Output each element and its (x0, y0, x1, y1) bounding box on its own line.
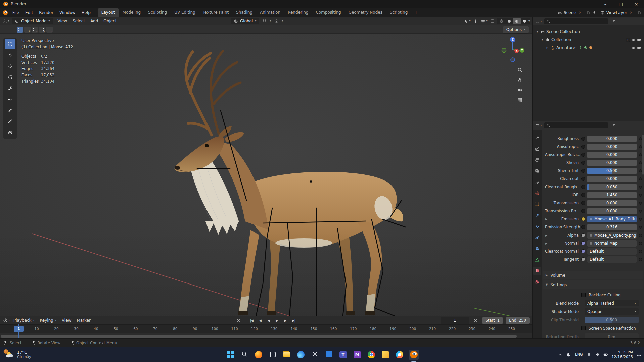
filter-icon[interactable] (610, 122, 617, 129)
editor-type-button[interactable]: ▾ (2, 18, 10, 24)
workspace-tab-sculpting[interactable]: Sculpting (144, 8, 171, 17)
shading-solid-button[interactable] (505, 18, 513, 24)
link-field[interactable]: Moose_A1_Body_Diffuse (587, 216, 637, 222)
exclude-checkbox[interactable]: ✓ (626, 38, 630, 42)
input-socket-icon[interactable] (581, 193, 585, 197)
dropdown-shadow-mode[interactable]: Opaque▾ (585, 308, 639, 315)
properties-tab-view-layer[interactable] (533, 167, 541, 175)
workspace-tab-modeling[interactable]: Modeling (119, 8, 145, 17)
input-socket-icon[interactable] (581, 241, 585, 245)
outliner-editor-type-button[interactable]: ▾ (535, 18, 542, 25)
jump-start-button[interactable]: |◀ (248, 317, 256, 324)
tool-scale-button[interactable] (5, 83, 15, 94)
outliner-search-input[interactable] (552, 19, 606, 23)
show-gizmos-button[interactable] (472, 18, 479, 24)
keyframe-decorator[interactable] (639, 234, 642, 237)
workspace-tab-layout[interactable]: Layout (98, 8, 119, 17)
frame-start-field[interactable]: Start 1 (482, 317, 503, 324)
select-mode-set-button[interactable] (17, 27, 23, 33)
window-close-button[interactable]: × (629, 0, 644, 8)
value-slider[interactable]: 0.000 (587, 208, 637, 214)
chevron-down-icon[interactable]: ▾ (535, 30, 539, 33)
taskbar-app-teams[interactable]: T (338, 350, 348, 360)
hide-in-viewport-eye-icon[interactable] (631, 46, 636, 50)
tool-select-box-button[interactable] (5, 39, 15, 49)
keyframe-decorator[interactable] (639, 250, 642, 253)
settings-panel-header[interactable]: ▼ Settings (543, 280, 643, 289)
properties-tab-constraints[interactable] (533, 245, 541, 253)
input-socket-icon[interactable] (581, 177, 585, 181)
timeline-menu-playback[interactable]: Playback▾ (11, 317, 37, 324)
properties-tab-output[interactable] (533, 156, 541, 164)
input-socket-icon[interactable] (581, 225, 585, 229)
toggle-ortho-button[interactable] (516, 97, 523, 103)
input-socket-icon[interactable] (581, 161, 585, 165)
viewport-3d[interactable]: User Perspective (1) Collection | Moose_… (0, 34, 532, 316)
options-dropdown[interactable]: Options ▾ (503, 26, 529, 33)
add-workspace-button[interactable]: + (411, 8, 421, 17)
language-indicator[interactable]: ENG (575, 352, 583, 357)
menu-help[interactable]: Help (78, 9, 93, 16)
shading-options-chevron-icon[interactable]: ▾ (528, 20, 530, 22)
menu-render[interactable]: Render (36, 9, 56, 16)
value-slider[interactable]: 0.500 (587, 168, 637, 174)
mode-dropdown[interactable]: Object Mode ▾ (12, 18, 53, 24)
value-slider[interactable]: 0.000 (587, 136, 637, 142)
window-minimize-button[interactable]: – (598, 0, 613, 8)
input-socket-icon[interactable] (581, 233, 585, 237)
keyframe-decorator[interactable] (639, 242, 642, 245)
notification-bell-icon[interactable] (637, 352, 641, 357)
timeline-scrollbar[interactable] (1, 335, 517, 338)
timeline-menu-keying[interactable]: Keying▾ (37, 317, 59, 324)
menu-file[interactable]: File (9, 9, 22, 16)
tool-move-button[interactable] (5, 61, 15, 71)
zoom-button[interactable] (516, 66, 523, 73)
proportional-editing-toggle[interactable] (273, 18, 280, 24)
taskbar-app-task-view[interactable] (268, 350, 278, 360)
input-socket-icon[interactable] (581, 185, 585, 189)
auto-keying-toggle[interactable] (472, 317, 479, 324)
input-socket-icon[interactable] (581, 257, 585, 261)
chevron-right-icon[interactable]: ▸ (545, 46, 549, 49)
blender-app-menu-icon[interactable] (3, 10, 8, 15)
viewport-menu-add[interactable]: Add (88, 18, 101, 24)
link-field[interactable]: Default (587, 248, 637, 255)
expand-arrow-icon[interactable]: ▶ (545, 218, 547, 221)
current-frame-field[interactable]: 1 (441, 317, 469, 324)
workspace-tab-rendering[interactable]: Rendering (284, 8, 312, 17)
battery-icon[interactable] (603, 352, 608, 357)
select-mode-invert-button[interactable]: × (39, 27, 45, 33)
object-visibility-button[interactable]: ▾ (464, 18, 471, 24)
workspace-tab-shading[interactable]: Shading (232, 8, 256, 17)
keyframe-decorator[interactable] (639, 137, 642, 140)
taskbar-app-browser[interactable] (395, 350, 405, 360)
taskbar-app-firefox[interactable] (254, 350, 264, 360)
prev-keyframe-button[interactable]: ◀ (257, 317, 264, 324)
viewport-menu-object[interactable]: Object (101, 18, 119, 24)
taskbar-app-start[interactable] (225, 350, 235, 360)
outliner-item-armature[interactable]: ▸Armature (533, 44, 644, 52)
properties-tab-object-data[interactable] (533, 256, 541, 264)
value-slider[interactable]: 1.450 (587, 192, 637, 198)
pin-scene-icon[interactable] (592, 11, 596, 15)
value-slider[interactable]: 0.000 (587, 144, 637, 150)
input-socket-icon[interactable] (581, 169, 585, 173)
toggle-xray-button[interactable] (489, 18, 496, 24)
show-overlays-button[interactable]: ▾ (480, 18, 488, 24)
snap-toggle[interactable] (261, 18, 268, 24)
value-slider[interactable]: 0.316 (587, 224, 637, 230)
shading-material-preview-button[interactable] (513, 18, 521, 24)
keyframe-decorator[interactable] (639, 226, 642, 229)
keyframe-decorator[interactable] (639, 258, 642, 261)
workspace-tab-texture-paint[interactable]: Texture Paint (199, 8, 232, 17)
input-socket-icon[interactable] (581, 249, 585, 253)
workspace-tab-uv-editing[interactable]: UV Editing (171, 8, 199, 17)
focus-assist-moon-icon[interactable] (566, 352, 571, 357)
orientation-dropdown[interactable]: Global ▾ (231, 18, 259, 24)
select-mode-intersect-button[interactable]: ∩ (46, 27, 53, 33)
properties-tab-modifiers[interactable] (533, 211, 541, 219)
select-mode-extend-button[interactable]: + (24, 27, 31, 33)
workspace-tab-animation[interactable]: Animation (256, 8, 284, 17)
value-field[interactable]: 0 m (585, 333, 639, 338)
keyframe-decorator[interactable] (639, 145, 642, 148)
